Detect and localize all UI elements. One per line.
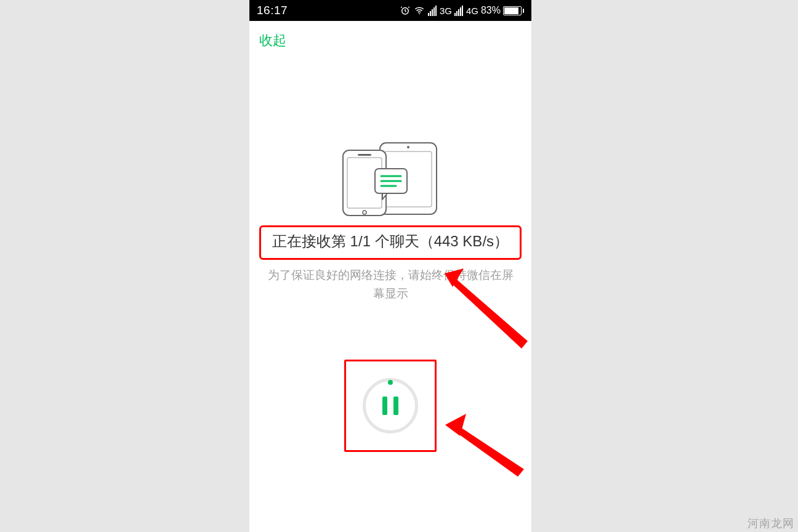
svg-rect-7 <box>358 154 371 156</box>
signal-3g-label: 3G <box>440 6 452 16</box>
svg-point-4 <box>407 146 409 148</box>
nav-bar: 收起 <box>249 21 531 60</box>
signal-4g-label: 4G <box>466 6 478 16</box>
phone-screen: 16:17 3G 4G 83% 收起 <box>249 0 531 532</box>
transfer-illustration-icon <box>332 139 449 219</box>
transfer-help-text: 为了保证良好的网络连接，请始终保持微信在屏幕显示 <box>264 266 517 303</box>
battery-percent: 83% <box>481 5 501 16</box>
collapse-button[interactable]: 收起 <box>259 31 286 50</box>
alarm-icon <box>400 5 411 16</box>
watermark-text: 河南龙网 <box>748 516 794 531</box>
pause-wrap <box>249 360 531 452</box>
signal-4g-icon <box>454 6 463 16</box>
pause-icon <box>382 397 398 415</box>
pause-button[interactable] <box>363 378 418 433</box>
status-right: 3G 4G 83% <box>400 5 524 16</box>
battery-icon <box>503 6 524 15</box>
illustration-wrap <box>249 139 531 219</box>
status-highlight-box: 正在接收第 1/1 个聊天（443 KB/s） <box>259 225 522 260</box>
wifi-icon <box>413 5 425 16</box>
pause-highlight-box <box>344 360 437 452</box>
signal-3g-icon <box>428 6 437 16</box>
status-bar: 16:17 3G 4G 83% <box>249 0 531 21</box>
status-time: 16:17 <box>257 4 288 17</box>
svg-point-1 <box>419 13 420 14</box>
transfer-status-text: 正在接收第 1/1 个聊天（443 KB/s） <box>266 231 515 252</box>
